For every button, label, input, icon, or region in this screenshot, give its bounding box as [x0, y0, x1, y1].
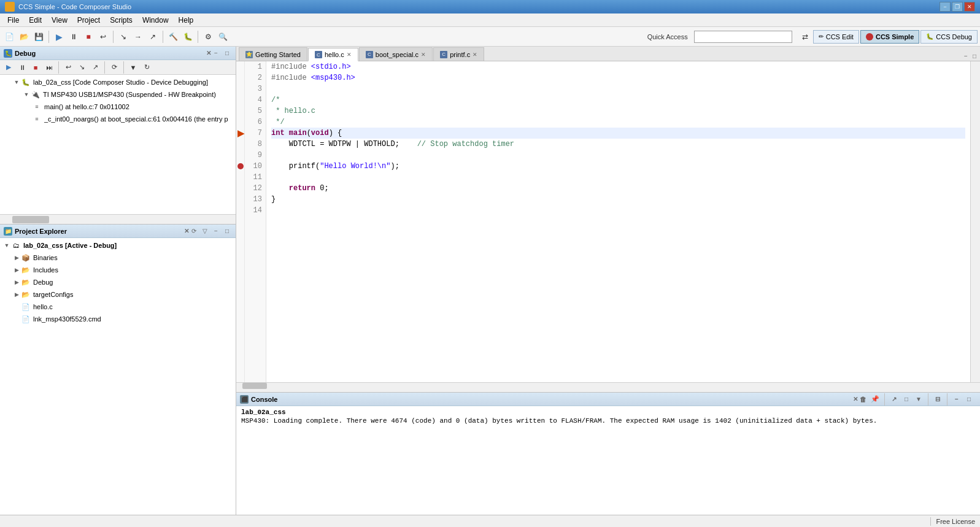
debug-resume-button[interactable]: ▶ [52, 30, 66, 44]
debug-hscroll-thumb[interactable] [12, 216, 49, 223]
project-includes[interactable]: ▶ 📂 Includes [0, 264, 236, 276]
debug-restart-button[interactable]: ↩ [96, 30, 110, 44]
debug-frame2[interactable]: ≡ _c_int00_noargs() at boot_special.c:61… [0, 113, 236, 125]
project-root-expand[interactable]: ▼ [2, 241, 11, 250]
build-button[interactable]: 🔨 [166, 30, 180, 44]
console-clear-btn[interactable]: 🗑 [858, 394, 868, 404]
console-display-btn[interactable]: □ [901, 394, 911, 404]
perspective-switch-icon[interactable]: ⇄ [798, 30, 812, 44]
dbg-refresh-btn[interactable]: ⟳ [108, 62, 120, 73]
project-minimize-btn[interactable]: − [211, 226, 221, 236]
editor-vscroll[interactable] [970, 61, 980, 382]
dbg-pause-btn[interactable]: ⏸ [16, 62, 28, 73]
menu-window[interactable]: Window [137, 13, 174, 26]
project-tree[interactable]: ▼ 🗂 lab_02a_css [Active - Debug] ▶ 📦 Bin… [0, 238, 236, 515]
debug-hscroll[interactable] [0, 214, 236, 224]
ruler-7[interactable]: ▶ [236, 128, 245, 139]
debug-panel-title: Debug [15, 50, 204, 57]
new-button[interactable]: 📄 [2, 30, 16, 44]
search-button[interactable]: 🔍 [216, 30, 230, 44]
debug-tree-root[interactable]: ▼ 🐛 lab_02a_css [Code Composer Studio - … [0, 76, 236, 88]
tab-getting-started[interactable]: ⭐ Getting Started [239, 47, 307, 61]
debug-config-button[interactable]: 🐛 [181, 30, 195, 44]
step-return-button[interactable]: ↗ [146, 30, 160, 44]
debug-device-expand[interactable]: ▼ [22, 90, 31, 99]
project-includes-text: Includes [33, 266, 58, 274]
debug-root-expand[interactable]: ▼ [12, 78, 21, 87]
quick-access-input[interactable] [694, 31, 792, 43]
dbg-settings-btn[interactable]: ▼ [127, 62, 139, 73]
tab-printf-c[interactable]: C printf.c ✕ [433, 47, 484, 61]
debug-device-item[interactable]: ▼ 🔌 TI MSP430 USB1/MSP430 (Suspended - H… [0, 88, 236, 101]
debug-minimize-btn[interactable]: − [211, 48, 221, 58]
console-content[interactable]: lab_02a_css MSP430: Loading complete. Th… [236, 406, 980, 515]
console-open-btn[interactable]: ↗ [889, 394, 899, 404]
minimize-button[interactable]: − [939, 2, 951, 12]
editor-hscroll[interactable] [236, 382, 980, 392]
project-includes-expand[interactable]: ▶ [12, 266, 21, 274]
ccs-edit-perspective[interactable]: ✏ CCS Edit [813, 30, 859, 44]
project-maximize-btn[interactable]: □ [222, 226, 232, 236]
hello-c-tab-close[interactable]: ✕ [347, 52, 352, 58]
ccs-simple-perspective[interactable]: CCS Simple [860, 30, 919, 44]
content-area: 🐛 Debug ✕ − □ ▶ ⏸ ■ ⏭ ↩ ↘ [0, 47, 980, 515]
menu-file[interactable]: File [2, 13, 24, 26]
debug-panel: 🐛 Debug ✕ − □ ▶ ⏸ ■ ⏭ ↩ ↘ [0, 47, 236, 225]
console-minimize-btn[interactable]: − [952, 394, 962, 404]
ccs-debug-perspective[interactable]: 🐛 CCS Debug [920, 30, 978, 44]
debug-frame1[interactable]: ≡ main() at hello.c:7 0x011002 [0, 101, 236, 113]
dbg-stop-btn[interactable]: ■ [29, 62, 42, 73]
dbg-resume-btn[interactable]: ▶ [2, 62, 15, 73]
editor-hscroll-thumb[interactable] [242, 383, 267, 389]
open-button[interactable]: 📂 [17, 30, 31, 44]
restore-button[interactable]: ❐ [952, 2, 963, 12]
tab-hello-c[interactable]: C hello.c ✕ [308, 48, 358, 61]
project-debug[interactable]: ▶ 📂 Debug [0, 276, 236, 288]
menu-scripts[interactable]: Scripts [105, 13, 137, 26]
project-collapse-btn[interactable]: ▽ [200, 226, 210, 236]
project-lnk-file[interactable]: ▶ 📄 lnk_msp430f5529.cmd [0, 313, 236, 325]
console-pin-btn[interactable]: 📌 [870, 394, 880, 404]
project-root[interactable]: ▼ 🗂 lab_02a_css [Active - Debug] [0, 239, 236, 252]
breakpoint-marker[interactable] [237, 163, 244, 169]
debug-maximize-btn[interactable]: □ [222, 48, 232, 58]
project-targetconfigs[interactable]: ▶ 📂 targetConfigs [0, 288, 236, 301]
dbg-step-into-btn[interactable]: ↘ [75, 62, 88, 73]
project-binaries[interactable]: ▶ 📦 Binaries [0, 252, 236, 264]
dbg-step-over-btn[interactable]: ↩ [62, 62, 74, 73]
ln-8: 8 [245, 139, 262, 150]
dbg-disconnect-btn[interactable]: ⏭ [43, 62, 55, 73]
preferences-button[interactable]: ⚙ [201, 30, 215, 44]
step-over-button[interactable]: → [131, 30, 145, 44]
project-debug-expand[interactable]: ▶ [12, 278, 21, 287]
editor-minimize-icon[interactable]: − [963, 52, 969, 61]
menu-help[interactable]: Help [174, 13, 199, 26]
code-line-11 [271, 172, 965, 183]
menu-view[interactable]: View [47, 13, 72, 26]
dbg-more-btn[interactable]: ↻ [141, 62, 153, 73]
project-hello-c[interactable]: ▶ 📄 hello.c [0, 301, 236, 313]
save-button[interactable]: 💾 [32, 30, 45, 44]
project-sync-btn[interactable]: ⟳ [189, 226, 199, 236]
project-binaries-expand[interactable]: ▶ [12, 253, 21, 262]
debug-pause-button[interactable]: ⏸ [67, 30, 80, 44]
tab-boot-special[interactable]: C boot_special.c ✕ [359, 47, 433, 61]
console-maximize-btn[interactable]: □ [964, 394, 974, 404]
code-editor[interactable]: #include <stdio.h> #include <msp430.h> /… [266, 61, 970, 382]
dbg-step-return-btn[interactable]: ↗ [89, 62, 101, 73]
console-split-btn[interactable]: ⊟ [933, 394, 943, 404]
step-into-button[interactable]: ↘ [117, 30, 130, 44]
debug-stop-button[interactable]: ■ [82, 30, 95, 44]
ccs-simple-icon [866, 33, 873, 40]
menu-project[interactable]: Project [72, 13, 105, 26]
menu-edit[interactable]: Edit [24, 13, 47, 26]
console-panel: ⬛ Console ✕ 🗑 📌 ↗ □ ▼ ⊟ − [236, 392, 980, 515]
printf-c-tab-close[interactable]: ✕ [473, 52, 477, 58]
close-button[interactable]: ✕ [964, 2, 975, 12]
project-targetconfigs-expand[interactable]: ▶ [12, 290, 21, 299]
debug-tree[interactable]: ▼ 🐛 lab_02a_css [Code Composer Studio - … [0, 75, 236, 214]
console-dropdown-btn[interactable]: ▼ [914, 394, 924, 404]
editor-maximize-icon[interactable]: □ [971, 52, 978, 61]
debug-panel-header: 🐛 Debug ✕ − □ [0, 47, 236, 60]
boot-special-tab-close[interactable]: ✕ [421, 52, 426, 58]
